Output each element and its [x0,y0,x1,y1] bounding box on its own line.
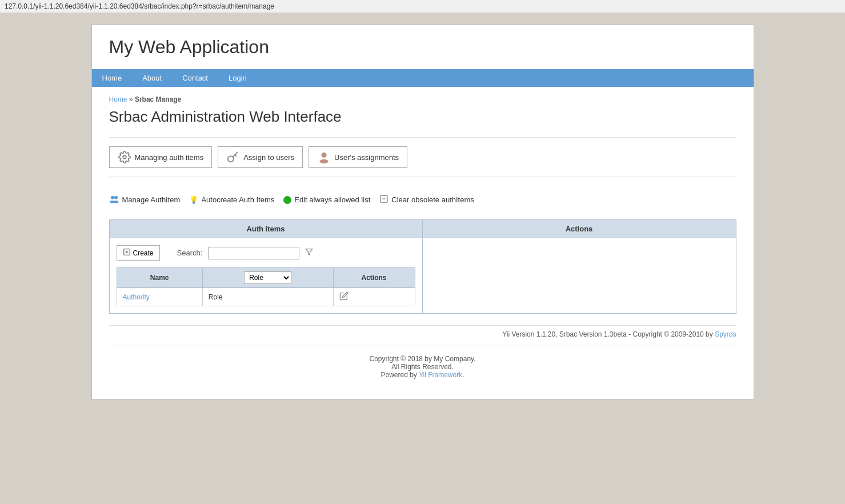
edit-allowed-label: Edit always allowed list [294,195,370,204]
users-assignments-label: User's assignments [334,153,399,162]
svg-point-1 [228,156,234,162]
clear-icon [379,194,389,205]
green-circle-icon [283,196,291,204]
action-buttons-section: Managing auth items Assign to users [109,137,736,177]
assign-to-users-label: Assign to users [243,153,294,162]
svg-point-7 [113,201,118,203]
yii-framework-link[interactable]: Yii Framework [419,371,462,379]
footer-version: Yii Version 1.1.20, Srbac Version 1.3bet… [109,325,736,343]
actions-col-header-inner: Actions [333,268,415,288]
sub-actions: Manage AuthItem 💡 Autocreate Auth Items … [109,189,736,211]
actions-col-header: Actions [423,220,736,238]
create-icon [123,248,131,258]
auth-item-actions [333,288,415,306]
copyright-line3: Powered by Yii Framework. [109,371,736,379]
breadcrumb-current: Srbac Manage [135,95,181,103]
svg-point-2 [321,153,326,158]
auth-item-name: Authority [117,288,202,306]
create-button-label: Create [133,249,154,257]
users-assignments-button[interactable]: User's assignments [309,146,407,168]
autocreate-label: Autocreate Auth Items [201,195,274,204]
copyright-line1: Copyright © 2018 by My Company. [109,355,736,363]
url-display: 127.0.0.1/yii-1.1.20.6ed384/yii-1.1.20.6… [5,2,274,10]
table-left-col: Create Search: [110,238,423,313]
table-body: Create Search: [110,238,736,313]
version-text: Yii Version 1.1.20, Srbac Version 1.3bet… [502,330,713,338]
search-filter-icon[interactable] [305,248,313,258]
search-input[interactable] [208,247,299,259]
edit-allowed-action[interactable]: Edit always allowed list [283,195,370,204]
table-row: Authority Role [117,288,415,306]
nav-item-contact[interactable]: Contact [172,69,218,87]
manage-authitem-label: Manage AuthItem [122,195,181,204]
app-title: My Web Application [109,37,736,58]
svg-marker-13 [306,249,313,255]
svg-point-5 [114,196,118,199]
clear-obsolete-action[interactable]: Clear obsolete authItems [379,194,474,205]
table-right-col [423,238,736,313]
footer-copyright: Copyright © 2018 by My Company. All Righ… [109,349,736,382]
breadcrumb: Home » Srbac Manage [109,95,736,103]
key-icon [226,150,240,164]
type-filter-select[interactable]: All Task Role Operation [244,271,291,284]
users-icon [109,194,119,205]
authority-link[interactable]: Authority [123,293,150,301]
footer-divider [109,346,736,346]
create-button[interactable]: Create [117,245,160,261]
copyright-line2: All Rights Reserved. [109,363,736,371]
content-area: Home » Srbac Manage Srbac Administration… [92,87,754,399]
gear-icon [118,150,131,164]
svg-point-3 [320,159,329,163]
bulb-icon: 💡 [189,195,198,204]
create-search-row: Create Search: [117,245,415,261]
main-table: Auth items Actions [109,219,736,314]
clear-obsolete-label: Clear obsolete authItems [391,195,474,204]
manage-authitem-action[interactable]: Manage AuthItem [109,194,181,205]
svg-point-4 [111,196,114,199]
search-label: Search: [177,249,203,257]
nav-item-home[interactable]: Home [92,69,133,87]
row-action-icon[interactable] [339,293,349,302]
browser-bar: 127.0.0.1/yii-1.1.20.6ed384/yii-1.1.20.6… [0,0,845,13]
nav-item-login[interactable]: Login [218,69,257,87]
page-heading: Srbac Administration Web Interface [109,108,736,126]
powered-by-text: Powered by [381,371,417,379]
autocreate-action[interactable]: 💡 Autocreate Auth Items [189,195,274,204]
spyros-link[interactable]: Spyros [715,330,736,338]
managing-auth-items-label: Managing auth items [135,153,204,162]
type-col-header: All Task Role Operation [202,268,333,288]
person-icon [317,150,331,164]
auth-items-inner-table: Name All Task Role Operation Act [117,267,415,306]
nav-bar: Home About Contact Login [92,69,754,87]
name-col-header: Name [117,268,202,288]
auth-item-type: Role [202,288,333,306]
page-wrapper: My Web Application Home About Contact Lo… [91,25,754,399]
managing-auth-items-button[interactable]: Managing auth items [109,146,213,168]
breadcrumb-home[interactable]: Home [109,95,127,103]
svg-point-0 [123,155,126,159]
app-header: My Web Application [92,25,754,69]
nav-item-about[interactable]: About [132,69,172,87]
table-header-row: Auth items Actions [110,220,736,238]
breadcrumb-separator: » [129,95,135,103]
assign-to-users-button[interactable]: Assign to users [218,146,303,168]
auth-items-col-header: Auth items [110,220,423,238]
